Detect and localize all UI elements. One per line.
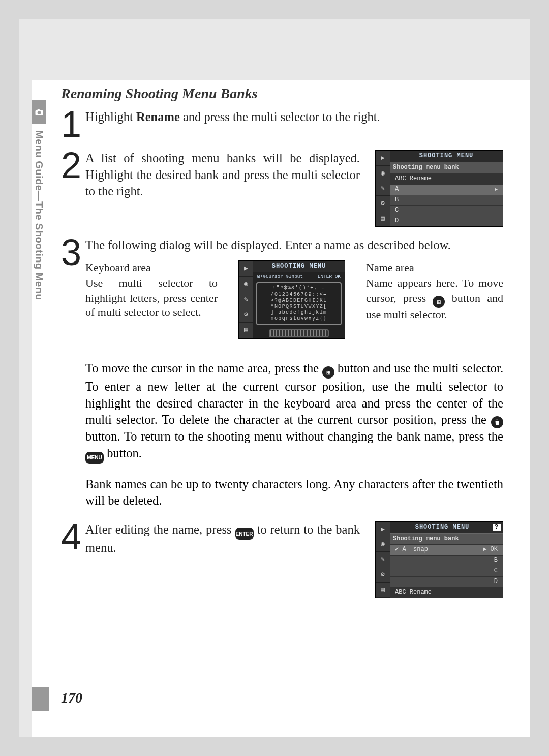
step1-bold: Rename xyxy=(136,110,180,124)
step-body: After editing the name, press ENTER to r… xyxy=(85,521,503,598)
name-area-desc: Name appears here. To move cursor, press… xyxy=(366,276,503,323)
step-number: 3 xyxy=(61,237,85,350)
step-number: 4 xyxy=(61,521,85,598)
lcd-side-icon: ◉ xyxy=(239,277,253,292)
trash-icon xyxy=(491,416,503,428)
lcd-subheader: Shooting menu bank xyxy=(390,162,503,173)
name-entry-box xyxy=(269,329,329,337)
lcd-bank-row: C xyxy=(390,566,503,576)
name-area-callout: Name area Name appears here. To move cur… xyxy=(366,260,503,338)
lcd-subheader: Shooting menu bank xyxy=(390,533,503,545)
side-label: Menu Guide—The Shooting Menu xyxy=(33,130,45,300)
lcd-bank-list: ▶ ◉ ✎ ⚙ ▤ SHOOTING MENU Shooting menu ba… xyxy=(375,150,503,227)
step2-text: A list of shooting menu banks will be di… xyxy=(85,150,360,227)
step-body: The following dialog will be displayed. … xyxy=(85,237,503,350)
step4-text: After editing the name, press ENTER to r… xyxy=(85,521,360,557)
lcd-side-icon: ⚙ xyxy=(376,567,390,583)
lcd-side-icon: ▶ xyxy=(239,261,253,276)
svg-rect-2 xyxy=(38,109,40,110)
lcd-rename-row: ABC Rename xyxy=(390,587,503,598)
content-area: Renaming Shooting Menu Banks 1 Highlight… xyxy=(61,85,503,608)
menu-button-icon: MENU xyxy=(85,452,104,464)
lcd-bank-row: D xyxy=(390,576,503,587)
left-band xyxy=(19,19,32,737)
lcd-bank-row: ✔ A snap ▶ OK xyxy=(390,544,503,555)
page-number: 170 xyxy=(61,690,82,706)
help-icon: ? xyxy=(493,524,501,531)
lcd-bank-row: A▶ xyxy=(390,184,503,195)
top-band xyxy=(19,19,530,80)
step-3: 3 The following dialog will be displayed… xyxy=(61,237,503,350)
lcd-bank-row: C xyxy=(390,205,503,216)
lcd-side-icon: ✎ xyxy=(376,552,390,567)
section-title: Renaming Shooting Menu Banks xyxy=(61,85,503,102)
lcd-side-icon: ⚙ xyxy=(239,307,253,323)
lcd-side-icon: ▤ xyxy=(239,323,253,338)
camera-icon xyxy=(34,107,44,117)
lcd-bank-row: B xyxy=(390,555,503,566)
side-tab-camera-icon xyxy=(32,100,46,124)
enter-button-icon: ENTER xyxy=(235,528,254,540)
lcd-title-row: SHOOTING MENU ? xyxy=(390,522,503,533)
kb-lines: !"#$%&'()*+,-. /0123456789:;<= >?@ABCDEF… xyxy=(259,285,339,322)
step-4: 4 After editing the name, press ENTER to… xyxy=(61,521,503,598)
lcd-bank-row: D xyxy=(390,216,503,226)
lcd-bank-row: B xyxy=(390,195,503,206)
chevron-right-icon: ▶ xyxy=(495,186,498,193)
lcd-side-icon: ▤ xyxy=(376,211,390,226)
step-1: 1 Highlight Rename and press the multi s… xyxy=(61,109,503,140)
step-number: 1 xyxy=(61,109,85,140)
lcd-side-icon: ▤ xyxy=(376,583,390,598)
lcd-title: SHOOTING MENU xyxy=(253,261,345,272)
lcd-side-icon: ▶ xyxy=(376,151,390,166)
lcd-hint-bar: ⊠+⊕Cursor ⊙Input ENTER OK xyxy=(256,274,342,282)
cursor-paragraph: To move the cursor in the name area, pre… xyxy=(85,360,503,464)
lcd-side-icon: ✎ xyxy=(239,292,253,307)
lcd-bank-list-after: ▶ ◉ ✎ ⚙ ▤ SHOOTING MENU ? Shooting menu … xyxy=(375,521,503,598)
keyboard-area-desc: Use multi selector to highlight letters,… xyxy=(85,276,218,320)
lcd-title: SHOOTING MENU xyxy=(390,151,503,162)
lcd-keyboard-dialog: ▶ ◉ ✎ ⚙ ▤ SHOOTING MENU ⊠+⊕Cursor ⊙Input xyxy=(238,260,345,338)
lcd-side-icon: ◉ xyxy=(376,537,390,553)
keyboard-area-callout: Keyboard area Use multi selector to high… xyxy=(85,260,218,338)
lcd-side-icon: ◉ xyxy=(376,166,390,181)
step3-text: The following dialog will be displayed. … xyxy=(85,237,503,253)
keyboard-box: !"#$%&'()*+,-. /0123456789:;<= >?@ABCDEF… xyxy=(256,282,342,325)
lcd-side-icon: ✎ xyxy=(376,181,390,196)
lcd-side-icon: ▶ xyxy=(376,522,390,537)
step-2: 2 A list of shooting menu banks will be … xyxy=(61,150,503,227)
thumbnail-icon: ⊞ xyxy=(322,366,334,379)
lcd-rename-row: ABC Rename xyxy=(390,173,503,184)
bank-name-length-paragraph: Bank names can be up to twenty character… xyxy=(85,476,503,509)
lcd-side-icon: ⚙ xyxy=(376,196,390,211)
manual-page: Menu Guide—The Shooting Menu Renaming Sh… xyxy=(19,19,530,737)
keyboard-dialog-figure: Keyboard area Use multi selector to high… xyxy=(85,260,503,338)
keyboard-area-label: Keyboard area xyxy=(85,260,218,275)
page-number-decoration xyxy=(32,687,49,711)
name-area-label: Name area xyxy=(366,260,503,275)
step-body: Highlight Rename and press the multi sel… xyxy=(85,109,503,140)
step-number: 2 xyxy=(61,150,85,227)
step1-after: and press the multi selector to the righ… xyxy=(180,110,380,124)
svg-point-1 xyxy=(38,111,41,114)
thumbnail-icon: ⊞ xyxy=(433,296,445,308)
step1-before: Highlight xyxy=(85,110,136,124)
step-body: A list of shooting menu banks will be di… xyxy=(85,150,503,227)
